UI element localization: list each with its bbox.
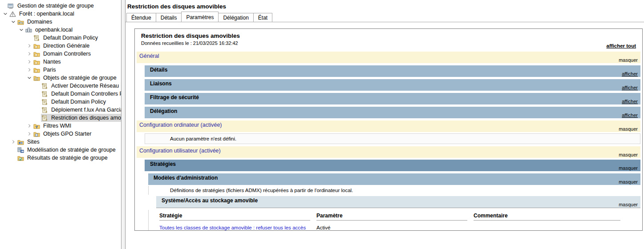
tree-expander-expanded-icon[interactable] xyxy=(18,26,25,33)
tree-item-surface[interactable]: Default Domain Policy xyxy=(33,34,121,42)
tree-expander-collapsed-icon[interactable] xyxy=(10,138,17,145)
policy-setting-value: Activé xyxy=(316,222,474,231)
tree-item-domain-controllers[interactable]: Domain Controllers xyxy=(0,50,121,58)
tree-item-label: Default Domain Policy xyxy=(42,35,99,41)
tree-item-surface[interactable]: openbank.local xyxy=(25,26,121,34)
show-section-link[interactable]: afficher xyxy=(622,85,638,90)
tree-item-surface[interactable]: Objets GPO Starter xyxy=(33,130,121,138)
tree-expander-collapsed-icon[interactable] xyxy=(26,42,33,49)
tree-item-gestion-de-strat-gie-de-groupe[interactable]: Gestion de stratégie de groupe xyxy=(0,2,121,10)
tree-item-paris[interactable]: Paris xyxy=(0,66,121,74)
tree-item-surface[interactable]: Déploiement f.lux Ana Garcia xyxy=(41,106,121,114)
tree-expander-collapsed-icon[interactable] xyxy=(26,130,33,137)
hide-section-link[interactable]: masquer xyxy=(619,57,638,63)
tree-item-surface[interactable]: Direction Générale xyxy=(33,42,121,50)
tree-item-surface[interactable]: Filtres WMI xyxy=(33,122,121,130)
tree-expander-empty xyxy=(26,34,33,41)
tree-item-restriction-des-disques-amovib[interactable]: Restriction des disques amovib xyxy=(0,114,121,122)
ou-folder-icon xyxy=(33,58,40,65)
tab-param-tres[interactable]: Paramètres xyxy=(181,12,219,22)
tab-d-l-gation[interactable]: Délégation xyxy=(218,13,253,22)
tab-d-tails[interactable]: Détails xyxy=(156,13,182,22)
tree-expander-collapsed-icon[interactable] xyxy=(26,58,33,65)
hide-section-link[interactable]: masquer xyxy=(619,152,638,157)
ou-folder-icon xyxy=(33,66,40,73)
tree-item-surface[interactable]: Nantes xyxy=(33,58,121,66)
tree-item-objets-de-strat-gie-de-groupe[interactable]: Objets de stratégie de groupe xyxy=(0,74,121,82)
tree-item-mod-lisation-de-strat-gie-de-groupe[interactable]: Modélisation de stratégie de groupe xyxy=(0,146,121,154)
tree-item-nantes[interactable]: Nantes xyxy=(0,58,121,66)
tree-item-d-ploiement-f-lux-ana-garcia[interactable]: Déploiement f.lux Ana Garcia xyxy=(0,106,121,114)
tree-item-surface[interactable]: Domaines xyxy=(17,18,121,26)
hide-section-link[interactable]: masquer xyxy=(619,165,638,171)
hide-section-link[interactable]: masquer xyxy=(619,126,638,132)
section-label: Filtrage de sécurité xyxy=(150,94,199,100)
pane-splitter[interactable] xyxy=(122,0,126,249)
policy-name-link[interactable]: Toutes les classes de stockage amovible … xyxy=(159,222,316,231)
tree-item-surface[interactable]: Paris xyxy=(33,66,121,74)
show-all-link[interactable]: afficher tout xyxy=(607,43,636,48)
gpo-folder-icon xyxy=(33,74,40,81)
tree-expander-collapsed-icon[interactable] xyxy=(26,122,33,129)
gpo-icon xyxy=(41,98,48,105)
section-label: Système/Accès au stockage amovible xyxy=(162,197,258,204)
tree-item-for-t-openbank-local[interactable]: Forêt : openbank.local xyxy=(0,10,121,18)
tree-item-surface[interactable]: Default Domain Controllers Po xyxy=(41,90,121,98)
tree-expander-collapsed-icon[interactable] xyxy=(26,50,33,57)
show-section-link[interactable]: afficher xyxy=(622,71,638,76)
tree-indent xyxy=(0,150,10,150)
subsection-band-liaisons: Liaisonsafficher xyxy=(145,79,640,91)
hide-section-link[interactable]: masquer xyxy=(619,179,638,185)
subsection-band-filtrage-de-s-curit: Filtrage de sécuritéafficher xyxy=(145,93,640,104)
tree-indent xyxy=(0,30,18,30)
tree-expander-collapsed-icon[interactable] xyxy=(26,66,33,73)
tree-item-label: Domaines xyxy=(26,19,53,25)
tree-item-surface[interactable]: Default Domain Policy xyxy=(41,98,121,106)
tree-item-filtres-wmi[interactable]: Filtres WMI xyxy=(0,122,121,130)
tree-item-label: Déploiement f.lux Ana Garcia xyxy=(50,107,121,113)
tree-item-surface[interactable]: Domain Controllers xyxy=(33,50,121,58)
tree-item-label: Objets GPO Starter xyxy=(42,131,92,137)
subsection-band-d-l-gation: Délégationafficher xyxy=(145,107,640,118)
tree-item-direction-g-n-rale[interactable]: Direction Générale xyxy=(0,42,121,50)
tree-item-surface[interactable]: Sites xyxy=(17,138,121,146)
tree-item-label: openbank.local xyxy=(34,27,73,33)
tree-item-surface[interactable]: Résultats de stratégie de groupe xyxy=(17,154,121,162)
section-label: Stratégies xyxy=(150,161,176,167)
tree-expander-expanded-icon[interactable] xyxy=(2,10,9,17)
tree-item-surface[interactable]: Objets de stratégie de groupe xyxy=(33,74,121,82)
tree-indent xyxy=(0,54,26,54)
tree-item-label: Domain Controllers xyxy=(42,51,92,57)
tree-item-objets-gpo-starter[interactable]: Objets GPO Starter xyxy=(0,130,121,138)
subsection-band-strat-gies: Stratégiesmasquer xyxy=(145,160,640,171)
tree-item-surface[interactable]: Restriction des disques amovib xyxy=(41,114,121,122)
tree-expander-expanded-icon[interactable] xyxy=(26,74,33,81)
ou-folder-icon xyxy=(33,42,40,49)
tree-item-r-sultats-de-strat-gie-de-groupe[interactable]: Résultats de stratégie de groupe xyxy=(0,154,121,162)
admx-definitions-caption: Définitions de stratégies (fichiers ADMX… xyxy=(148,186,640,195)
tree-item-activer-d-couverte-r-seau[interactable]: Activer Découverte Réseau xyxy=(0,82,121,90)
tree-item-surface[interactable]: Forêt : openbank.local xyxy=(9,10,121,18)
column-header-param-tre: Paramètre xyxy=(316,212,474,222)
tree-item-surface[interactable]: Gestion de stratégie de groupe xyxy=(7,2,121,10)
show-section-link[interactable]: afficher xyxy=(622,99,638,104)
tree-item-default-domain-policy[interactable]: Default Domain Policy xyxy=(0,34,121,42)
starter-folder-icon xyxy=(33,130,40,137)
tree-item-domaines[interactable]: Domaines xyxy=(0,18,121,26)
tree-expander-expanded-icon[interactable] xyxy=(10,18,17,25)
show-section-link[interactable]: afficher xyxy=(622,112,638,118)
tree-item-label: Restriction des disques amovib xyxy=(50,115,121,121)
tree-item-label: Activer Découverte Réseau xyxy=(50,83,120,89)
tab--tat[interactable]: État xyxy=(253,13,272,22)
tree-item-label: Résultats de stratégie de groupe xyxy=(26,155,109,161)
tree-item-sites[interactable]: Sites xyxy=(0,138,121,146)
tab--tendue[interactable]: Étendue xyxy=(126,13,156,22)
tree-item-openbank-local[interactable]: openbank.local xyxy=(0,26,121,34)
settings-report: Restriction des disques amovibles Donnée… xyxy=(134,28,643,231)
tree-item-default-domain-policy[interactable]: Default Domain Policy xyxy=(0,98,121,106)
hide-section-link[interactable]: masquer xyxy=(619,202,638,207)
settings-table-wrap: StratégieParamètreCommentaireToutes les … xyxy=(148,210,640,231)
tree-item-surface[interactable]: Activer Découverte Réseau xyxy=(41,82,121,90)
tree-item-surface[interactable]: Modélisation de stratégie de groupe xyxy=(17,146,121,154)
tree-item-default-domain-controllers-po[interactable]: Default Domain Controllers Po xyxy=(0,90,121,98)
